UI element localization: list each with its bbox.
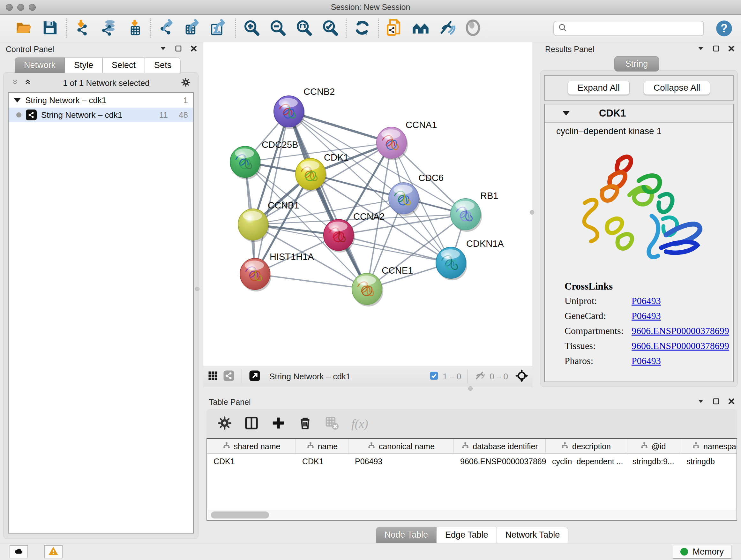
node-RB1[interactable]: RB1: [451, 191, 498, 232]
tab-string[interactable]: String: [614, 56, 659, 71]
cloud-button[interactable]: [10, 545, 28, 558]
export-table-button[interactable]: [183, 18, 203, 38]
table-cell[interactable]: stringdb:9...: [626, 454, 680, 469]
import-network-file-button[interactable]: [72, 18, 92, 38]
table-cell[interactable]: CDK1: [207, 454, 296, 469]
crosslink-link[interactable]: 9606.ENSP00000378699: [631, 325, 729, 336]
add-column-icon[interactable]: [271, 416, 286, 432]
edge-HIST1H1A-CCNE1[interactable]: [255, 274, 367, 289]
hide-glasses-button[interactable]: [437, 18, 457, 38]
network-row[interactable]: String Network – cdk1 11 48: [9, 108, 193, 122]
network-graph[interactable]: CCNB2CCNA1CDC25BCDK1CDC6RB1CCNB1CCNA2CDK…: [203, 42, 532, 367]
node-table[interactable]: shared namenamecanonical namedatabase id…: [206, 438, 737, 521]
network-collection-row[interactable]: String Network – cdk1 1: [9, 93, 193, 108]
left-splitter-handle[interactable]: [195, 287, 199, 291]
table-cell[interactable]: 9606.ENSP00000378699: [454, 454, 546, 469]
function-builder-icon: f(x): [351, 417, 368, 431]
float-panel-icon[interactable]: [159, 45, 167, 54]
node-CDC6[interactable]: CDC6: [389, 173, 444, 216]
selected-checkbox-icon[interactable]: [429, 371, 439, 382]
node-CCNB1[interactable]: CCNB1: [238, 200, 299, 242]
maximize-table-icon[interactable]: [712, 397, 720, 407]
table-horizontal-scrollbar[interactable]: [208, 510, 736, 519]
crosslink-link[interactable]: P06493: [631, 310, 661, 321]
horizontal-splitter[interactable]: [203, 386, 532, 395]
column-header-shared-name[interactable]: shared name: [207, 439, 296, 453]
save-session-button[interactable]: [40, 18, 60, 38]
crosslink-link[interactable]: P06493: [631, 355, 661, 366]
collection-expander-icon[interactable]: [14, 98, 21, 103]
export-image-button[interactable]: [209, 18, 229, 38]
node-HIST1H1A[interactable]: HIST1H1A: [240, 252, 314, 292]
view-share-icon[interactable]: [223, 370, 234, 383]
expand-all-button[interactable]: Expand All: [568, 81, 630, 95]
tab-sets[interactable]: Sets: [145, 57, 181, 73]
bottom-splitter-handle[interactable]: [468, 386, 473, 391]
float-results-icon[interactable]: [697, 45, 704, 54]
detach-view-icon[interactable]: [249, 370, 260, 383]
float-table-icon[interactable]: [697, 397, 704, 407]
column-header-database-identifier[interactable]: database identifier: [454, 439, 546, 453]
redraw-graph-button[interactable]: [352, 18, 372, 38]
tab-node-table[interactable]: Node Table: [376, 527, 436, 543]
column-header-canonical-name[interactable]: canonical name: [348, 439, 454, 453]
table-cell[interactable]: stringdb: [680, 454, 737, 469]
node-CCNA1[interactable]: CCNA1: [377, 120, 437, 160]
node-CDK1[interactable]: CDK1: [295, 152, 348, 192]
import-table-file-button[interactable]: [125, 18, 145, 38]
close-results-icon[interactable]: [728, 45, 735, 54]
memory-button[interactable]: Memory: [673, 545, 731, 559]
expand-all-networks-icon[interactable]: [24, 78, 31, 87]
table-row[interactable]: CDK1CDK1P064939606.ENSP00000378699cyclin…: [207, 454, 737, 469]
tab-network[interactable]: Network: [15, 57, 65, 73]
close-table-icon[interactable]: [728, 397, 735, 407]
crosslink-link[interactable]: 9606.ENSP00000378699: [631, 340, 729, 351]
zoom-fit-button[interactable]: [294, 18, 314, 38]
zoom-in-button[interactable]: [242, 18, 261, 38]
zoom-selected-button[interactable]: [320, 18, 340, 38]
collapse-all-networks-icon[interactable]: [11, 78, 19, 87]
node-CCNE1[interactable]: CCNE1: [352, 265, 413, 307]
string-import-button[interactable]: [385, 18, 404, 38]
edge-CCNB2-CCNE1[interactable]: [289, 111, 367, 289]
tab-style[interactable]: Style: [65, 57, 103, 73]
view-grid-icon[interactable]: [207, 370, 219, 383]
column-header--id[interactable]: @id: [626, 439, 680, 453]
import-network-database-button[interactable]: [98, 18, 118, 38]
right-splitter-handle[interactable]: [530, 210, 534, 214]
column-header-description[interactable]: description: [546, 439, 626, 453]
show-eye-button[interactable]: [463, 18, 483, 38]
show-columns-icon[interactable]: [244, 416, 259, 432]
collapse-all-button[interactable]: Collapse All: [644, 81, 710, 95]
tab-edge-table[interactable]: Edge Table: [436, 527, 497, 543]
maximize-panel-icon[interactable]: [175, 45, 182, 54]
help-button[interactable]: ?: [716, 20, 733, 37]
tab-network-table[interactable]: Network Table: [497, 527, 569, 543]
gene-expander-icon[interactable]: [562, 111, 569, 116]
delete-column-icon[interactable]: [298, 416, 313, 432]
close-panel-icon[interactable]: [190, 45, 198, 54]
warnings-button[interactable]: [44, 545, 63, 558]
tab-select[interactable]: Select: [103, 57, 145, 73]
search-input[interactable]: [570, 24, 699, 33]
node-CDKN1A[interactable]: CDKN1A: [436, 239, 504, 280]
column-header-namespace[interactable]: namespace: [680, 439, 737, 453]
network-canvas[interactable]: CCNB2CCNA1CDC25BCDK1CDC6RB1CCNB1CCNA2CDK…: [203, 42, 532, 367]
hidden-elements-icon[interactable]: [474, 370, 486, 383]
maximize-results-icon[interactable]: [712, 45, 720, 54]
open-session-button[interactable]: [14, 18, 34, 38]
search-box[interactable]: [553, 21, 704, 36]
scrollbar-thumb[interactable]: [211, 511, 269, 518]
table-cell[interactable]: cyclin–dependent ...: [546, 454, 626, 469]
crosslink-link[interactable]: P06493: [631, 295, 661, 306]
gene-header[interactable]: CDK1: [545, 105, 733, 123]
table-cell[interactable]: P06493: [348, 454, 454, 469]
export-network-button[interactable]: [157, 18, 177, 38]
birdseye-crosshair-icon[interactable]: [515, 369, 529, 384]
column-header-name[interactable]: name: [296, 439, 348, 453]
table-options-gear-icon[interactable]: [217, 416, 232, 432]
string-home-button[interactable]: [411, 18, 430, 38]
network-options-gear-icon[interactable]: [181, 78, 191, 88]
table-cell[interactable]: CDK1: [296, 454, 348, 469]
zoom-out-button[interactable]: [268, 18, 287, 38]
